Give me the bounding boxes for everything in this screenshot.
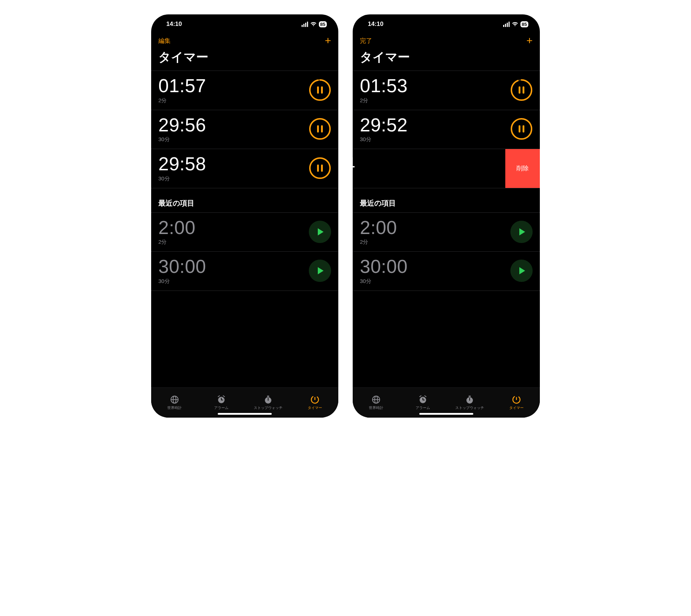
globe-icon xyxy=(170,395,179,404)
play-icon xyxy=(519,228,525,235)
wifi-icon xyxy=(512,22,518,27)
nav-bar: 編集 + xyxy=(151,34,338,48)
tab-label: タイマー xyxy=(308,405,322,410)
timer-text: 01:53 2分 xyxy=(360,76,408,104)
tab-globe[interactable]: 世界時計 xyxy=(151,388,198,418)
timer-text: 01:57 2分 xyxy=(158,76,206,104)
status-bar: 14:10 85 xyxy=(151,14,338,34)
timer-preset-time: 2:00 xyxy=(360,218,397,238)
timer-duration-label: 30分 xyxy=(158,136,206,143)
delete-button[interactable]: 削除 xyxy=(505,149,540,188)
timer-remaining: 01:53 xyxy=(360,76,408,96)
add-button[interactable]: + xyxy=(325,35,331,46)
timer-duration-label: 30分 xyxy=(158,175,206,182)
start-button[interactable] xyxy=(510,221,533,243)
status-indicators: 85 xyxy=(302,21,327,27)
globe-icon xyxy=(371,395,381,404)
tab-label: アラーム xyxy=(416,405,430,410)
tab-timer[interactable]: タイマー xyxy=(292,388,338,418)
pause-button[interactable] xyxy=(510,79,533,101)
timer-remaining: 29:58 xyxy=(158,154,206,174)
wifi-icon xyxy=(310,22,317,27)
running-timer-row[interactable]: 01:53 2分 xyxy=(353,71,540,110)
timer-remaining: 29:56 xyxy=(158,115,206,135)
page-title: タイマー xyxy=(353,48,540,71)
status-indicators: 85 xyxy=(503,21,528,27)
battery-badge: 85 xyxy=(520,21,528,27)
battery-badge: 85 xyxy=(319,21,327,27)
timer-text: 2:00 2分 xyxy=(158,218,195,246)
tab-globe[interactable]: 世界時計 xyxy=(353,388,399,418)
running-timer-row[interactable]: 29:58 30分 xyxy=(151,149,338,188)
recent-timer-row[interactable]: 2:00 2分 xyxy=(353,213,540,252)
recent-timer-row[interactable]: 30:00 30分 xyxy=(353,252,540,291)
status-bar: 14:10 85 xyxy=(353,14,540,34)
timer-preset-time: 30:00 xyxy=(360,257,408,276)
timer-preset-time: 2:00 xyxy=(158,218,195,238)
running-timer-row[interactable]: 29:52 30分 xyxy=(353,110,540,149)
timer-text: 9:54 30分 xyxy=(353,154,355,182)
status-time: 14:10 xyxy=(368,21,383,28)
phone-screen-left: 14:10 85 編集 + タイマー 01:57 2分 29:56 30分 xyxy=(151,14,338,418)
timer-icon xyxy=(310,395,320,404)
nav-left-button[interactable]: 完了 xyxy=(360,37,372,45)
timer-icon xyxy=(512,395,521,404)
tab-label: アラーム xyxy=(214,405,229,410)
play-icon xyxy=(318,228,324,235)
status-time: 14:10 xyxy=(166,21,182,28)
play-icon xyxy=(519,267,525,274)
timer-duration-label: 2分 xyxy=(360,239,397,246)
cellular-signal-icon xyxy=(503,22,510,27)
running-timer-row[interactable]: 29:56 30分 xyxy=(151,110,338,149)
tab-timer[interactable]: タイマー xyxy=(493,388,540,418)
phone-screen-right: 14:10 85 完了 + タイマー 01:53 2分 29:52 30分 xyxy=(353,14,540,418)
page-title: タイマー xyxy=(151,48,338,71)
alarm-icon xyxy=(418,395,428,404)
stopwatch-icon xyxy=(263,395,273,404)
svg-point-1 xyxy=(310,80,330,100)
pause-button[interactable] xyxy=(510,118,533,140)
timer-duration-label: 30分 xyxy=(353,175,355,182)
play-icon xyxy=(318,267,324,274)
timer-remaining: 29:52 xyxy=(360,115,408,135)
svg-line-10 xyxy=(218,396,220,397)
alarm-icon xyxy=(217,395,226,404)
timer-duration-label: 30分 xyxy=(158,278,206,285)
tab-label: タイマー xyxy=(509,405,524,410)
recent-header: 最近の項目 xyxy=(353,188,540,212)
running-timer-row[interactable]: 9:54 30分 削除 xyxy=(353,149,540,188)
timer-text: 29:52 30分 xyxy=(360,115,408,143)
tab-label: 世界時計 xyxy=(369,405,383,410)
tab-label: 世界時計 xyxy=(167,405,182,410)
pause-button[interactable] xyxy=(309,79,331,101)
nav-left-button[interactable]: 編集 xyxy=(158,37,171,45)
running-timer-row[interactable]: 01:57 2分 xyxy=(151,71,338,110)
timer-preset-time: 30:00 xyxy=(158,257,206,276)
svg-rect-32 xyxy=(469,396,471,397)
recent-timer-row[interactable]: 30:00 30分 xyxy=(151,252,338,291)
timer-duration-label: 2分 xyxy=(360,97,408,104)
timer-text: 30:00 30分 xyxy=(360,257,408,285)
timer-remaining: 9:54 xyxy=(353,154,355,174)
timer-duration-label: 30分 xyxy=(360,278,408,285)
home-indicator[interactable] xyxy=(218,413,272,415)
svg-line-27 xyxy=(420,396,421,397)
pause-button[interactable] xyxy=(309,118,331,140)
add-button[interactable]: + xyxy=(526,35,533,46)
timer-text: 29:58 30分 xyxy=(158,154,206,182)
start-button[interactable] xyxy=(510,260,533,282)
start-button[interactable] xyxy=(309,221,331,243)
tab-label: ストップウォッチ xyxy=(455,405,484,410)
home-indicator[interactable] xyxy=(419,413,473,415)
stopwatch-icon xyxy=(465,395,474,404)
pause-button[interactable] xyxy=(309,157,331,179)
svg-point-5 xyxy=(310,158,330,178)
timer-duration-label: 2分 xyxy=(158,97,206,104)
start-button[interactable] xyxy=(309,260,331,282)
timer-list: 01:57 2分 29:56 30分 29:58 30分 xyxy=(151,71,338,387)
nav-bar: 完了 + xyxy=(353,34,540,48)
recent-timer-row[interactable]: 2:00 2分 xyxy=(151,213,338,252)
timer-text: 29:56 30分 xyxy=(158,115,206,143)
tab-label: ストップウォッチ xyxy=(254,405,283,410)
timer-list: 01:53 2分 29:52 30分 9:54 30分 削除最近の項目 xyxy=(353,71,540,387)
